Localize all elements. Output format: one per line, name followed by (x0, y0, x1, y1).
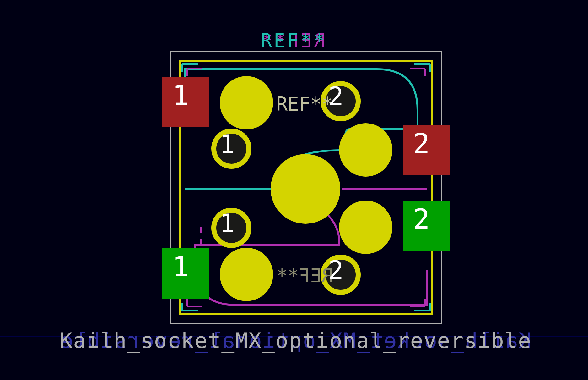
mounting-hole (220, 248, 273, 301)
mounting-hole (339, 123, 392, 177)
pad-label: 1 (172, 251, 189, 283)
pad-label: 1 (172, 79, 189, 112)
pad-label: 2 (413, 127, 430, 160)
pad-label: 1 (220, 209, 235, 238)
footprint-name-front: Kailh_socket_MX_optional_reversible (60, 328, 531, 353)
pad-label: 2 (328, 82, 343, 111)
mounting-hole (220, 76, 273, 129)
ref-fab-front: REF** (276, 93, 333, 115)
mounting-hole (339, 201, 392, 254)
pad-label: 2 (413, 203, 430, 235)
center-hole (271, 154, 340, 224)
footprint-canvas[interactable]: REF** REF** REF** REF** 1 (0, 0, 588, 380)
pad-label: 2 (328, 256, 343, 285)
pad-label: 1 (220, 129, 235, 159)
ref-fab-back: REF** (276, 265, 333, 287)
